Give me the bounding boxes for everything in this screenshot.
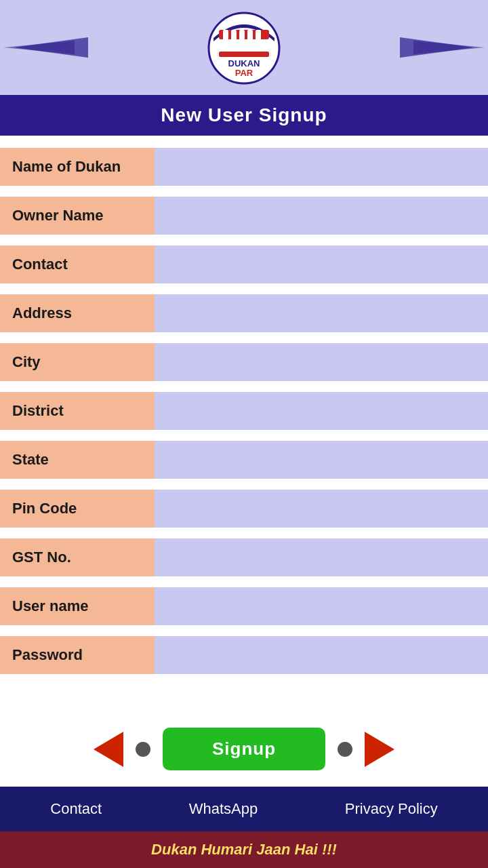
privacy-link[interactable]: Privacy Policy — [345, 800, 438, 818]
whatsapp-link[interactable]: WhatsApp — [189, 800, 258, 818]
form-row-name-of-dukan: Name of Dukan — [0, 148, 488, 187]
form-row-district: District — [0, 392, 488, 431]
page-title: New User Signup — [0, 95, 488, 136]
label-contact: Contact — [0, 245, 155, 283]
signup-form: Name of DukanOwner NameContactAddressCit… — [0, 136, 488, 709]
svg-text:PAR: PAR — [235, 68, 253, 78]
label-owner-name: Owner Name — [0, 197, 155, 235]
label-password: Password — [0, 636, 155, 674]
action-bar: Signup — [0, 709, 488, 787]
contact-link[interactable]: Contact — [50, 800, 102, 818]
label-gst-no: GST No. — [0, 538, 155, 576]
label-pin-code: Pin Code — [0, 490, 155, 528]
form-row-owner-name: Owner Name — [0, 197, 488, 236]
input-state[interactable] — [155, 441, 488, 479]
label-username: User name — [0, 587, 155, 625]
nav-back-arrow[interactable] — [94, 732, 123, 767]
form-row-username: User name — [0, 587, 488, 627]
header-arrow-right-icon — [400, 34, 488, 61]
svg-marker-1 — [3, 41, 75, 54]
footer-tagline: Dukan Humari Jaan Hai !!! — [0, 831, 488, 868]
label-name-of-dukan: Name of Dukan — [0, 148, 155, 186]
header-arrow-left-icon — [0, 34, 88, 61]
svg-marker-13 — [413, 41, 485, 54]
logo: DUKAN PAR — [207, 11, 281, 85]
form-row-address: Address — [0, 294, 488, 334]
form-row-contact: Contact — [0, 245, 488, 285]
header: DUKAN PAR — [0, 0, 488, 95]
label-state: State — [0, 441, 155, 479]
input-city[interactable] — [155, 343, 488, 381]
input-district[interactable] — [155, 392, 488, 430]
nav-forward-arrow[interactable] — [365, 732, 394, 767]
input-address[interactable] — [155, 294, 488, 332]
label-address: Address — [0, 294, 155, 332]
form-row-city: City — [0, 343, 488, 382]
form-row-state: State — [0, 441, 488, 480]
input-password[interactable] — [155, 636, 488, 674]
input-gst-no[interactable] — [155, 538, 488, 576]
signup-button[interactable]: Signup — [163, 728, 325, 770]
label-city: City — [0, 343, 155, 381]
input-pin-code[interactable] — [155, 490, 488, 528]
svg-rect-9 — [219, 52, 269, 57]
input-name-of-dukan[interactable] — [155, 148, 488, 186]
label-district: District — [0, 392, 155, 430]
input-username[interactable] — [155, 587, 488, 625]
svg-text:DUKAN: DUKAN — [228, 58, 260, 68]
nav-dot-left — [136, 742, 150, 757]
footer-nav: ContactWhatsAppPrivacy Policy — [0, 787, 488, 831]
form-row-password: Password — [0, 636, 488, 675]
form-row-pin-code: Pin Code — [0, 490, 488, 529]
input-contact[interactable] — [155, 245, 488, 283]
nav-dot-right — [338, 742, 352, 757]
form-row-gst-no: GST No. — [0, 538, 488, 578]
input-owner-name[interactable] — [155, 197, 488, 235]
